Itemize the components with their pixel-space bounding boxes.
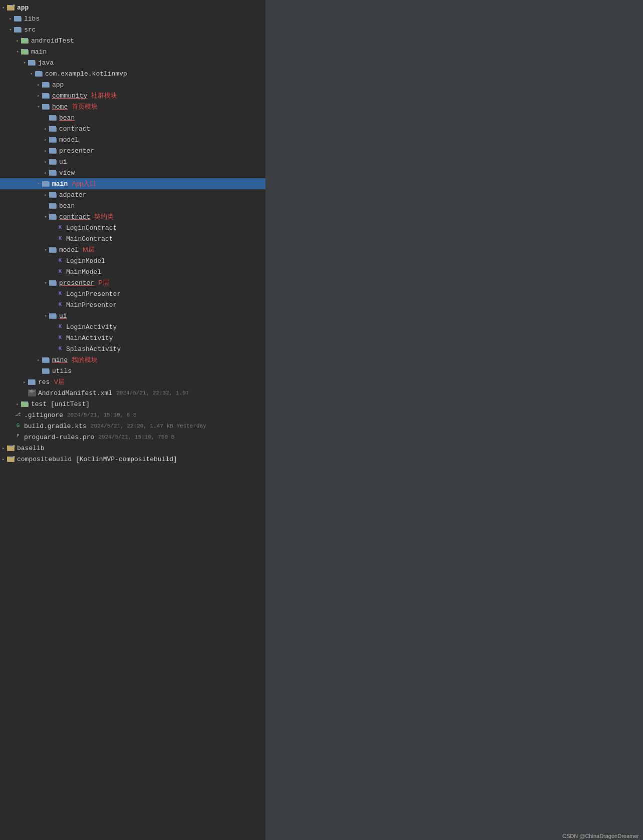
- tree-item-model-home[interactable]: model: [0, 134, 265, 145]
- folder-icon: [7, 456, 15, 462]
- file-tree[interactable]: app libs src androidTest main java: [0, 0, 265, 467]
- chevron-icon: [42, 159, 49, 165]
- svg-rect-28: [49, 148, 52, 150]
- folder-icon: [42, 104, 50, 110]
- svg-rect-26: [49, 137, 52, 139]
- tree-item-adpater[interactable]: adpater: [0, 189, 265, 200]
- item-meta: 2024/5/21, 15:10, 750 B: [98, 434, 174, 440]
- item-label: res: [38, 378, 50, 386]
- tree-item-contract-home[interactable]: contract: [0, 123, 265, 134]
- folder-icon: [35, 71, 43, 77]
- item-annotation: 契约类: [94, 212, 114, 221]
- item-label: contract: [59, 213, 90, 221]
- tree-item-MainModel[interactable]: KMainModel: [0, 266, 265, 277]
- chevron-icon: [35, 104, 42, 110]
- tree-item-LoginActivity[interactable]: KLoginActivity: [0, 321, 265, 332]
- tree-item-LoginModel[interactable]: KLoginModel: [0, 255, 265, 266]
- item-label: app: [17, 4, 29, 12]
- tree-item-compositebuild[interactable]: compositebuild [KotlinMVP-compositebuild…: [0, 454, 265, 465]
- item-label: main: [52, 180, 68, 188]
- tree-item-proguard-rules.pro[interactable]: Pproguard-rules.pro2024/5/21, 15:10, 750…: [0, 432, 265, 443]
- tree-item-LoginPresenter[interactable]: KLoginPresenter: [0, 288, 265, 299]
- svg-rect-12: [28, 60, 31, 62]
- bottom-bar-text: CSDN @ChinaDragonDreamer: [562, 833, 639, 839]
- tree-item-src[interactable]: src: [0, 24, 265, 35]
- folder-icon: [49, 214, 57, 220]
- item-label: utils: [52, 367, 72, 375]
- svg-rect-52: [28, 379, 31, 381]
- tree-item-bean-home[interactable]: bean: [0, 112, 265, 123]
- tree-item-java[interactable]: java: [0, 57, 265, 68]
- tree-item-main-pkg[interactable]: mainApp入口: [0, 178, 265, 189]
- tree-item-SplashActivity[interactable]: KSplashActivity: [0, 343, 265, 354]
- item-label: AndroidManifest.xml: [38, 389, 112, 397]
- item-label: ui: [59, 158, 67, 166]
- tree-item-LoginContract[interactable]: KLoginContract: [0, 222, 265, 233]
- tree-item-com.example.kotlinmvp[interactable]: com.example.kotlinmvp: [0, 68, 265, 79]
- tree-item-app[interactable]: app: [0, 2, 265, 13]
- tree-item-view-home[interactable]: view: [0, 167, 265, 178]
- tree-item-MainActivity[interactable]: KMainActivity: [0, 332, 265, 343]
- item-label: main: [31, 48, 47, 56]
- tree-item-home[interactable]: home首页模块: [0, 101, 265, 112]
- item-label: LoginContract: [66, 224, 117, 232]
- tree-item-AndroidManifest[interactable]: MFAndroidManifest.xml2024/5/21, 22:32, 1…: [0, 387, 265, 398]
- tree-item-ui-home[interactable]: ui: [0, 156, 265, 167]
- folder-icon: [49, 247, 57, 253]
- item-label: libs: [24, 15, 40, 23]
- item-label: proguard-rules.pro: [24, 434, 94, 441]
- chevron-icon: [35, 357, 42, 363]
- chevron-icon: [35, 82, 42, 88]
- folder-icon: [42, 93, 50, 99]
- tree-item-test[interactable]: test [unitTest]: [0, 398, 265, 409]
- tree-item-app-pkg[interactable]: app: [0, 79, 265, 90]
- tree-item-utils[interactable]: utils: [0, 365, 265, 376]
- chevron-icon: [35, 181, 42, 187]
- manifest-icon: MF: [28, 389, 36, 396]
- folder-icon: [42, 357, 50, 363]
- tree-item-build.gradle.kts[interactable]: Gbuild.gradle.kts2024/5/21, 22:20, 1.47 …: [0, 421, 265, 432]
- tree-item-res[interactable]: resV层: [0, 376, 265, 387]
- folder-icon: [21, 401, 29, 407]
- folder-icon: [28, 379, 36, 385]
- item-label: adpater: [59, 191, 87, 199]
- tree-item-contract[interactable]: contract契约类: [0, 211, 265, 222]
- tree-item-presenter-home[interactable]: presenter: [0, 145, 265, 156]
- item-label: .gitignore: [24, 411, 63, 419]
- folder-icon: [49, 148, 57, 154]
- tree-item-ui[interactable]: ui: [0, 310, 265, 321]
- folder-icon: [21, 49, 29, 55]
- tree-item-libs[interactable]: libs: [0, 13, 265, 24]
- tree-item-MainContract[interactable]: KMainContract: [0, 233, 265, 244]
- tree-item-mine[interactable]: mine我的模块: [0, 354, 265, 365]
- chevron-icon: [21, 379, 28, 385]
- folder-icon: [49, 126, 57, 132]
- chevron-icon: [28, 71, 35, 77]
- tree-item-model[interactable]: modelM层: [0, 244, 265, 255]
- tree-item-androidTest[interactable]: androidTest: [0, 35, 265, 46]
- folder-icon: [42, 181, 50, 187]
- tree-item-MainPresenter[interactable]: KMainPresenter: [0, 299, 265, 310]
- item-label: LoginModel: [66, 257, 105, 265]
- tree-item-presenter[interactable]: presenterP层: [0, 277, 265, 288]
- gradle-icon: G: [14, 423, 22, 430]
- tree-item-gitignore[interactable]: ⎇.gitignore2024/5/21, 15:10, 6 B: [0, 409, 265, 421]
- kotlin-icon: K: [56, 257, 64, 264]
- kotlin-icon: K: [56, 268, 64, 275]
- item-label: presenter: [59, 279, 94, 287]
- chevron-icon: [7, 27, 14, 33]
- tree-item-bean-main[interactable]: bean: [0, 200, 265, 211]
- item-annotation: P层: [98, 278, 109, 287]
- svg-rect-22: [49, 115, 52, 117]
- item-label: androidTest: [31, 37, 74, 45]
- item-label: community: [52, 92, 87, 100]
- tree-item-community[interactable]: community社群模块: [0, 90, 265, 101]
- item-annotation: 我的模块: [72, 355, 98, 364]
- kotlin-icon: K: [56, 224, 64, 231]
- item-meta: 2024/5/21, 22:32, 1.57: [116, 390, 189, 396]
- tree-item-main[interactable]: main: [0, 46, 265, 57]
- svg-rect-1: [7, 5, 10, 7]
- kotlin-icon: K: [56, 345, 64, 352]
- chevron-icon: [42, 126, 49, 132]
- tree-item-baselib[interactable]: baselib: [0, 443, 265, 454]
